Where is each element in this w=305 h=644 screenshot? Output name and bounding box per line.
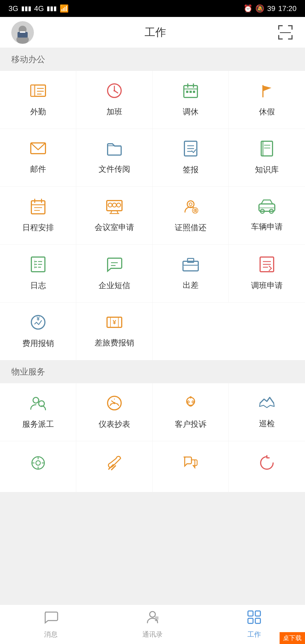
scan-button[interactable] [277, 24, 294, 41]
grid-row-3: 日程安排 会议室申请 [0, 187, 305, 245]
svg-rect-113 [248, 611, 253, 616]
prop-item-1[interactable] [0, 441, 76, 492]
id-borrow-item[interactable]: 借 证照借还 [152, 187, 229, 244]
nav-contacts[interactable]: 通讯录 [102, 605, 203, 644]
complaint-label: 客户投诉 [175, 419, 206, 430]
expense-icon: ¥ [30, 314, 47, 334]
meeting-room-item[interactable]: 会议室申请 [76, 187, 152, 244]
travel-expense-item[interactable]: ¥ 差旅费报销 [76, 303, 152, 360]
status-left: 3G ▮▮▮ 4G ▮▮▮ 📶 [8, 4, 69, 13]
header: 工作 [0, 17, 305, 48]
nav-message[interactable]: 消息 [0, 605, 102, 644]
battery: 39 [267, 4, 275, 13]
field-work-item[interactable]: 外勤 [0, 71, 76, 129]
grid-row-1: 外勤 加班 [0, 71, 305, 129]
svg-rect-13 [280, 32, 291, 33]
patrol-label: 巡检 [259, 418, 275, 429]
patrol-item[interactable]: 巡检 [229, 383, 305, 441]
overtime-icon [106, 82, 123, 102]
svg-rect-38 [263, 141, 273, 156]
svg-rect-29 [193, 91, 195, 93]
sms-item[interactable]: 企业短信 [76, 245, 152, 302]
gear-circle-icon [30, 454, 47, 474]
shift-change-label: 调班申请 [251, 280, 283, 291]
business-trip-item[interactable]: 出差 [152, 245, 229, 302]
nav-message-label: 消息 [44, 630, 58, 639]
signal-bars-2: ▮▮▮ [47, 5, 57, 12]
wrench-icon [106, 454, 122, 474]
svg-point-96 [188, 401, 189, 403]
svg-rect-6 [278, 25, 279, 30]
vacation-label: 休假 [259, 106, 275, 117]
property-row-1: 服务派工 仪表抄表 [0, 383, 305, 441]
grid-row-5: ¥ 费用报销 ¥ 差旅费报销 [0, 303, 305, 360]
service-dispatch-item[interactable]: 服务派工 [0, 383, 76, 441]
vacation-item[interactable]: 休假 [229, 71, 305, 129]
svg-rect-15 [31, 85, 35, 96]
grid-icon [247, 610, 262, 628]
prop-item-2[interactable] [76, 441, 152, 492]
field-work-label: 外勤 [30, 106, 46, 117]
svg-rect-8 [291, 25, 293, 30]
svg-text:¥: ¥ [36, 316, 40, 322]
knowledge-base-item[interactable]: 知识库 [229, 129, 305, 186]
mute-icon: 🔕 [255, 4, 264, 13]
vehicle-icon [258, 199, 276, 217]
complaint-icon [182, 395, 199, 414]
grid-row-4: 日志 企业短信 出差 [0, 245, 305, 303]
chat-icon [43, 610, 58, 628]
alarm-icon: ⏰ [243, 4, 252, 13]
svg-point-86 [33, 397, 39, 403]
vehicle-item[interactable]: 车辆申请 [229, 187, 305, 244]
svg-text:借: 借 [193, 208, 197, 213]
sms-icon [106, 256, 123, 276]
prop-item-4[interactable] [229, 441, 305, 492]
meeting-room-icon [106, 198, 123, 217]
complaint-item[interactable]: 客户投诉 [152, 383, 229, 441]
avatar[interactable] [11, 21, 34, 44]
svg-point-109 [150, 612, 155, 617]
meter-reading-item[interactable]: 仪表抄表 [76, 383, 152, 441]
shift-rest-icon [182, 82, 199, 102]
expense-item[interactable]: ¥ 费用报销 [0, 303, 76, 360]
file-transfer-item[interactable]: 文件传阅 [76, 129, 152, 186]
business-trip-label: 出差 [183, 280, 199, 291]
knowledge-base-icon [259, 140, 275, 160]
svg-marker-31 [263, 86, 271, 91]
signal-bars-1: ▮▮▮ [21, 5, 31, 12]
svg-rect-12 [291, 35, 293, 40]
svg-rect-10 [278, 35, 279, 40]
vacation-icon [258, 82, 275, 102]
email-item[interactable]: 邮件 [0, 129, 76, 186]
grid-row-2: 邮件 文件传阅 签报 [0, 129, 305, 187]
prop-item-3[interactable] [152, 441, 229, 492]
sms-label: 企业短信 [99, 280, 130, 291]
file-transfer-label: 文件传阅 [99, 164, 130, 175]
service-dispatch-label: 服务派工 [22, 419, 54, 430]
refresh-icon [258, 454, 275, 474]
svg-point-22 [114, 90, 115, 92]
log-icon [30, 256, 46, 276]
talk-icon [182, 455, 199, 474]
svg-rect-27 [186, 91, 188, 93]
shift-rest-item[interactable]: 调休 [152, 71, 229, 129]
shift-change-item[interactable]: 调班申请 [229, 245, 305, 302]
schedule-item[interactable]: 日程安排 [0, 187, 76, 244]
travel-expense-label: 差旅费报销 [95, 338, 134, 348]
log-item[interactable]: 日志 [0, 245, 76, 302]
vehicle-label: 车辆申请 [251, 221, 283, 232]
svg-rect-47 [107, 201, 122, 211]
schedule-label: 日程安排 [22, 222, 54, 233]
sign-report-item[interactable]: 签报 [152, 129, 229, 186]
meter-reading-icon [106, 395, 123, 414]
email-icon [30, 141, 47, 159]
section-property-header: 物业服务 [0, 360, 305, 383]
svg-point-50 [117, 203, 121, 207]
email-label: 邮件 [30, 164, 46, 175]
overtime-item[interactable]: 加班 [76, 71, 152, 129]
shift-change-icon [259, 256, 275, 276]
schedule-icon [30, 198, 46, 218]
svg-point-48 [108, 203, 112, 207]
contacts-icon [145, 610, 160, 628]
status-bar: 3G ▮▮▮ 4G ▮▮▮ 📶 ⏰ 🔕 39 17:20 [0, 0, 305, 17]
